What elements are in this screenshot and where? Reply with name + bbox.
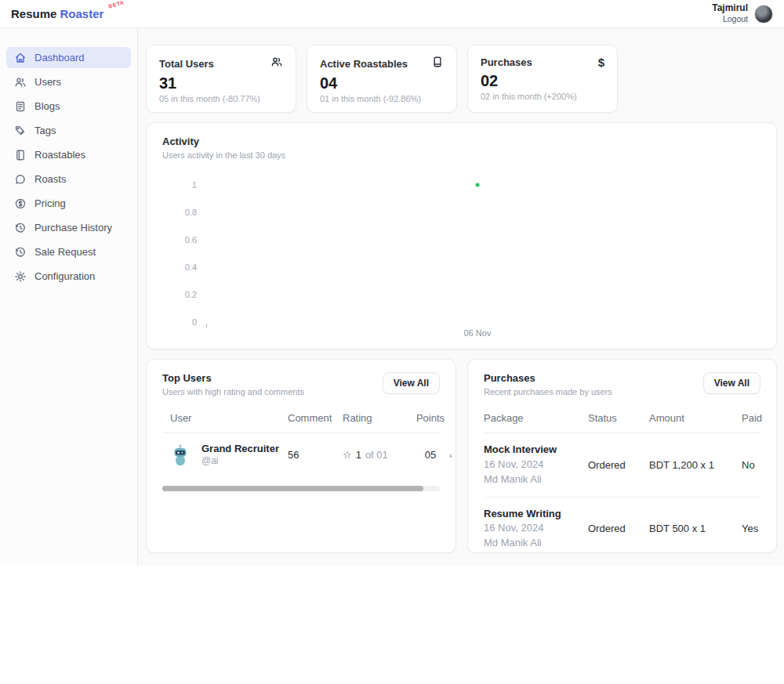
sidebar-item-users[interactable]: Users <box>6 71 131 92</box>
user-handle: @ai <box>201 455 279 467</box>
column-header-user: User <box>170 412 288 424</box>
stat-subtext: 05 in this month (-80.77%) <box>159 94 283 103</box>
stat-subtext: 01 in this month (-92.86%) <box>320 94 444 103</box>
y-tick: 0 <box>192 317 197 327</box>
chart-data-point[interactable] <box>476 183 480 187</box>
top-users-view-all-button[interactable]: View All <box>383 372 440 394</box>
column-header-status: Status <box>588 412 649 424</box>
tag-icon <box>14 125 27 137</box>
stat-subtext: 02 in this month (+200%) <box>481 92 604 101</box>
gear-icon <box>14 270 27 283</box>
purchases-title: Purchases <box>484 372 612 384</box>
sidebar-item-label: Sale Request <box>34 246 96 258</box>
horizontal-scrollbar-track[interactable] <box>162 486 440 491</box>
logo-part2: Roaster <box>60 7 104 20</box>
stat-value: 02 <box>481 72 604 89</box>
stat-label: Purchases <box>481 56 532 68</box>
sidebar-item-sale-request[interactable]: Sale Request <box>6 241 131 262</box>
rating-of: of 01 <box>365 449 388 461</box>
sidebar-item-pricing[interactable]: Pricing <box>6 193 131 214</box>
dollar-icon: $ <box>598 56 604 69</box>
purchase-date: 16 Nov, 2024 <box>484 458 588 472</box>
package-name: Resume Writing <box>484 507 588 522</box>
purchase-row: Mock Interview 16 Nov, 2024 Md Manik Ali… <box>484 433 760 498</box>
comment-count: 56 <box>288 449 343 461</box>
activity-title: Activity <box>162 136 760 147</box>
sidebar-item-label: Dashboard <box>34 52 85 63</box>
tablet-icon <box>431 56 444 71</box>
user-avatar[interactable] <box>754 5 773 24</box>
chart-y-axis: 1 0.8 0.6 0.4 0.2 0 <box>162 185 197 322</box>
top-users-title: Top Users <box>162 372 304 384</box>
sidebar-item-label: Blogs <box>34 100 60 112</box>
dollar-circle-icon <box>14 197 27 210</box>
sidebar-item-blogs[interactable]: Blogs <box>6 96 131 117</box>
stat-label: Total Users <box>159 58 214 70</box>
column-header-comment: Comment <box>288 412 343 424</box>
page-background <box>0 566 784 684</box>
sidebar-item-label: Tags <box>34 125 56 136</box>
sidebar-item-configuration[interactable]: Configuration <box>6 266 131 287</box>
sidebar-item-roasts[interactable]: Roasts <box>6 168 131 190</box>
sidebar-item-tags[interactable]: Tags <box>6 120 131 141</box>
top-users-card: Top Users Users with high rating and com… <box>146 359 456 553</box>
purchase-amount: BDT 500 x 1 <box>649 523 742 534</box>
app-logo[interactable]: Resume Roaster BETA <box>11 7 103 20</box>
top-users-table-header: User Comment Rating Points <box>162 412 440 433</box>
top-user-row: Grand Recruiter @ai 56 ☆ 1 of 01 05 ‹ <box>162 433 440 475</box>
stat-value: 04 <box>320 74 444 92</box>
stat-card-active-roastables: Active Roastables 04 01 in this month (-… <box>307 45 457 113</box>
stats-row: Total Users 31 05 in this month (-80.77%… <box>146 45 776 113</box>
users-icon <box>270 56 283 71</box>
home-icon <box>14 52 27 64</box>
user-menu: Tajmirul Logout <box>712 2 773 24</box>
app-window: Resume Roaster BETA Tajmirul Logout Dash… <box>0 0 784 566</box>
user-name: Tajmirul <box>712 2 748 14</box>
buyer-name: Md Manik Ali <box>484 536 588 551</box>
activity-card: Activity Users activity in the last 30 d… <box>146 122 777 349</box>
buyer-name: Md Manik Ali <box>484 472 588 487</box>
sidebar-item-dashboard[interactable]: Dashboard <box>6 47 131 68</box>
document-icon <box>14 100 27 113</box>
purchase-amount: BDT 1,200 x 1 <box>649 459 742 471</box>
history-icon <box>14 222 27 234</box>
y-tick: 0.8 <box>185 208 197 217</box>
user-display-name: Grand Recruiter <box>201 443 279 455</box>
stat-card-purchases: Purchases $ 02 02 in this month (+200%) <box>467 45 618 113</box>
top-users-subtitle: Users with high rating and comments <box>162 387 304 396</box>
sidebar-item-label: Roasts <box>34 173 66 185</box>
purchase-status: Ordered <box>588 459 649 471</box>
sidebar-item-purchase-history[interactable]: Purchase History <box>6 217 131 238</box>
sidebar-item-label: Configuration <box>34 270 95 282</box>
clipped-next-column: ‹ <box>449 451 453 460</box>
y-tick: 0.4 <box>185 262 197 272</box>
sidebar-item-roastables[interactable]: Roastables <box>6 144 131 165</box>
stat-value: 31 <box>159 74 283 92</box>
logo-part1: Resume <box>11 7 56 20</box>
sidebar-item-label: Purchase History <box>34 222 112 233</box>
column-header-rating: Rating <box>343 412 412 424</box>
horizontal-scrollbar-thumb[interactable] <box>162 486 423 491</box>
sidebar-item-label: Users <box>34 76 61 88</box>
column-header-amount: Amount <box>649 412 742 424</box>
purchases-card: Purchases Recent purchases made by users… <box>467 359 777 553</box>
star-icon: ☆ <box>343 449 352 461</box>
column-header-package: Package <box>484 412 588 424</box>
purchases-table-header: Package Status Amount Paid <box>484 412 760 433</box>
chat-bubble-icon <box>14 173 27 186</box>
activity-subtitle: Users activity in the last 30 days <box>162 150 760 160</box>
purchases-subtitle: Recent purchases made by users <box>484 387 612 396</box>
main-content: Total Users 31 05 in this month (-80.77%… <box>138 28 784 566</box>
purchases-view-all-button[interactable]: View All <box>703 372 760 394</box>
stat-card-total-users: Total Users 31 05 in this month (-80.77%… <box>146 45 296 113</box>
chart-plot-area: 06 Nov <box>206 185 749 322</box>
sidebar-item-label: Roastables <box>34 149 85 161</box>
logout-button[interactable]: Logout <box>712 14 748 24</box>
paid-flag: Yes <box>742 523 775 534</box>
sidebar-item-label: Pricing <box>34 197 66 209</box>
purchase-status: Ordered <box>588 523 649 534</box>
column-header-paid: Paid <box>742 412 779 424</box>
users-icon <box>14 76 27 89</box>
purchase-row: Resume Writing 16 Nov, 2024 Md Manik Ali… <box>484 498 760 561</box>
history-icon <box>14 246 27 259</box>
